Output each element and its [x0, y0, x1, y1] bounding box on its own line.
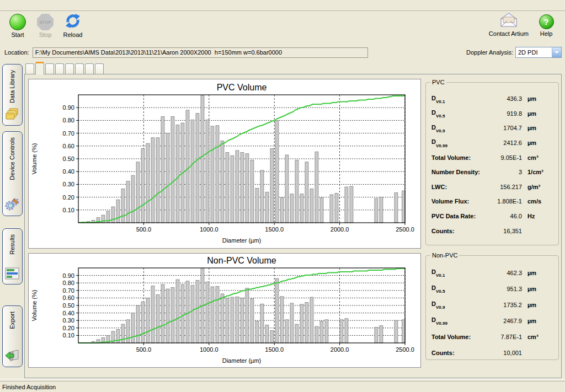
results-label: Results	[9, 234, 15, 255]
menu-item-network[interactable]	[62, 4, 72, 7]
stat-row-d: DV0.99 2412.6 µm	[431, 136, 554, 151]
contact-artium-button[interactable]: Contact Artium	[486, 13, 532, 37]
svg-text:PVC Volume: PVC Volume	[217, 83, 267, 92]
stop-icon: STOP	[37, 14, 54, 30]
tab-processor-settings[interactable]	[75, 63, 84, 74]
location-row: Location: Doppler Analysis: 2D PDI	[0, 45, 565, 60]
gears-icon	[5, 197, 19, 212]
svg-text:2500.0: 2500.0	[396, 226, 414, 233]
svg-text:0.10: 0.10	[63, 207, 74, 213]
svg-text:0.20: 0.20	[63, 194, 74, 201]
bar-chart-icon	[5, 267, 19, 281]
stat-row-volume-flux: Volume Flux: 1.808E-1 cm/s	[431, 194, 554, 209]
reload-button[interactable]: Reload	[60, 13, 86, 38]
stat-row-total-volume: Total Volume: 7.87E-1 cm³	[431, 329, 554, 345]
non-pvc-groupbox-title: Non-PVC	[430, 252, 459, 259]
sidebar-item-export[interactable]: Export	[2, 305, 23, 367]
stat-row-counts: Counts: 16,351	[431, 223, 554, 238]
tab-pdi-time-history[interactable]	[95, 63, 104, 74]
svg-text:0.30: 0.30	[63, 181, 74, 187]
non-pvc-volume-chart: 0.100.200.300.400.500.600.700.800.90500.…	[29, 254, 417, 367]
svg-text:Volume (%): Volume (%)	[31, 143, 38, 175]
reload-label: Reload	[63, 31, 83, 38]
stop-label: Stop	[39, 31, 52, 38]
export-arrow-icon	[5, 349, 19, 363]
tab-pdi-volume[interactable]	[35, 62, 44, 74]
location-input[interactable]	[33, 47, 368, 58]
doppler-analysis-select[interactable]: 2D PDI	[515, 47, 562, 58]
menu-item-export[interactable]	[22, 4, 32, 7]
svg-text:0.70: 0.70	[63, 130, 74, 137]
menu-item-views[interactable]	[42, 4, 52, 7]
tab-ch1-velocity-vs-size[interactable]	[25, 63, 34, 74]
envelope-icon	[499, 13, 519, 29]
tab-strip	[24, 61, 562, 74]
tab-pdi-statistics[interactable]	[55, 63, 64, 74]
export-label: Export	[9, 312, 15, 329]
svg-text:1000.0: 1000.0	[200, 226, 218, 233]
stat-row-d: DV0.1 436.3 µm	[431, 92, 554, 106]
svg-text:0.60: 0.60	[63, 143, 74, 149]
sidebar-item-device-controls[interactable]: Device Controls	[2, 131, 23, 216]
sidebar-item-results[interactable]: Results	[2, 228, 23, 284]
contact-artium-label: Contact Artium	[489, 30, 529, 37]
stat-row-number-density: Number Density: 3 1/cm³	[431, 165, 554, 180]
menu-item-acquisition[interactable]	[32, 4, 42, 7]
data-library-label: Data Library	[9, 70, 15, 103]
tab-panel: 0.100.200.300.400.500.600.700.800.90500.…	[24, 61, 562, 378]
stat-row-d: DV0.99 2467.9 µm	[431, 313, 554, 329]
stat-row-d: DV0.5 919.8 µm	[431, 106, 554, 121]
non-pvc-stats-groupbox: Non-PVC DV0.1 462.3 µm DV0.5 951.3 µm	[425, 255, 559, 360]
stat-row-d: DV0.5 951.3 µm	[431, 281, 554, 297]
stat-row-total-volume: Total Volume: 9.05E-1 cm³	[431, 150, 554, 165]
svg-text:0.90: 0.90	[63, 104, 74, 111]
sidebar-item-data-library[interactable]: Data Library	[2, 64, 23, 126]
combo-dropdown-arrow-icon[interactable]	[552, 47, 561, 57]
menu-item-edit[interactable]	[12, 4, 22, 7]
stat-row-d: DV0.9 1735.2 µm	[431, 297, 554, 313]
tab-pdi-statistics-pvc[interactable]	[45, 63, 54, 74]
svg-text:0.40: 0.40	[63, 168, 74, 175]
svg-text:500.0: 500.0	[136, 346, 152, 353]
location-label: Location:	[4, 49, 29, 56]
svg-text:2000.0: 2000.0	[331, 226, 349, 233]
menu-item-file[interactable]	[2, 4, 12, 7]
start-icon	[9, 14, 26, 30]
statusbar: Finished Acquisition	[0, 382, 565, 392]
start-button[interactable]: Start	[4, 13, 31, 38]
svg-text:1500.0: 1500.0	[265, 346, 284, 353]
svg-text:0.80: 0.80	[63, 280, 74, 286]
toolbar: Start STOP Stop Reload	[0, 11, 565, 45]
svg-text:0.30: 0.30	[63, 317, 74, 324]
help-button[interactable]: ? Help	[533, 13, 559, 37]
stat-row-d: DV0.9 1704.7 µm	[431, 121, 554, 136]
folders-icon	[5, 108, 19, 122]
svg-text:0.70: 0.70	[63, 287, 74, 294]
svg-text:0.10: 0.10	[63, 332, 74, 339]
stat-row-lwc: LWC: 156.217 g/m³	[431, 180, 554, 195]
reload-icon	[64, 13, 82, 30]
svg-text:0.80: 0.80	[63, 117, 74, 123]
svg-text:0.40: 0.40	[63, 310, 74, 316]
tab-ch1-pdi-validation[interactable]	[65, 63, 74, 74]
svg-text:Diameter (µm): Diameter (µm)	[222, 237, 262, 244]
pvc-volume-chart-panel: 0.100.200.300.400.500.600.700.800.90500.…	[28, 79, 421, 249]
start-label: Start	[11, 31, 24, 38]
menubar	[0, 0, 565, 11]
svg-text:Diameter (µm): Diameter (µm)	[222, 357, 262, 364]
stats-column: PVC DV0.1 436.3 µm DV0.5 919.8 µm	[425, 79, 559, 374]
svg-text:0.50: 0.50	[63, 302, 74, 309]
menu-item-help[interactable]	[72, 4, 82, 7]
tab-pdi-optics[interactable]	[85, 63, 94, 74]
status-text: Finished Acquisition	[2, 384, 56, 390]
svg-text:1500.0: 1500.0	[265, 226, 284, 233]
tab-content: 0.100.200.300.400.500.600.700.800.90500.…	[24, 74, 562, 378]
menu-item-scripts[interactable]	[52, 4, 62, 7]
svg-text:2000.0: 2000.0	[331, 346, 349, 353]
non-pvc-stats-rows: DV0.1 462.3 µm DV0.5 951.3 µm DV0.9 1735…	[431, 265, 554, 361]
stop-button[interactable]: STOP Stop	[32, 13, 58, 38]
help-icon: ?	[539, 14, 554, 29]
pvc-groupbox-title: PVC	[430, 79, 446, 85]
main-area: Data Library Device Controls	[0, 60, 565, 378]
toolbar-right: Contact Artium ? Help	[486, 13, 561, 37]
